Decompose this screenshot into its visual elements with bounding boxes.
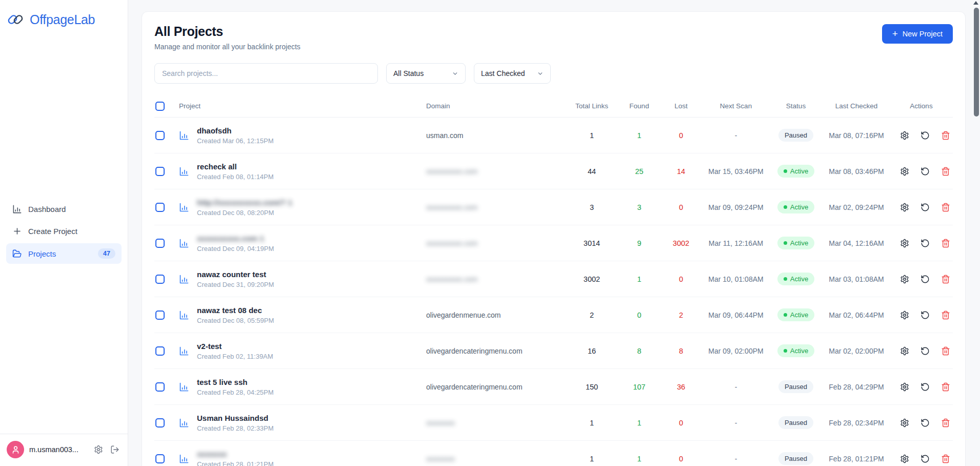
delete-button[interactable] <box>941 275 950 284</box>
settings-button[interactable] <box>900 382 909 392</box>
project-name[interactable]: http://xxxxxxxxxx.com/? 1 <box>197 198 292 207</box>
recheck-button[interactable] <box>921 203 930 212</box>
delete-button[interactable] <box>941 203 950 212</box>
user-actions <box>94 445 119 454</box>
project-name[interactable]: recheck all <box>197 162 274 171</box>
select-all-checkbox[interactable] <box>155 102 165 111</box>
status-label: Paused <box>785 383 807 391</box>
settings-button[interactable] <box>900 346 909 356</box>
recheck-button[interactable] <box>921 418 930 428</box>
sidebar-item-create-project[interactable]: Create Project <box>6 221 122 241</box>
avatar[interactable] <box>7 441 24 458</box>
recheck-button[interactable] <box>921 131 930 140</box>
row-checkbox[interactable] <box>155 454 165 463</box>
row-actions <box>892 346 951 356</box>
project-name[interactable]: xxxxxxx <box>197 450 274 458</box>
project-chart-icon <box>179 454 189 464</box>
status-badge: Active <box>777 165 814 178</box>
table-row: http://xxxxxxxxxx.com/? 1 Created Dec 08… <box>154 189 953 225</box>
project-cell: http://xxxxxxxxxx.com/? 1 Created Dec 08… <box>179 198 420 217</box>
project-name[interactable]: v2-test <box>197 342 273 351</box>
delete-button[interactable] <box>941 167 950 176</box>
row-checkbox[interactable] <box>155 203 165 212</box>
sidebar-item-projects[interactable]: Projects 47 <box>6 243 122 264</box>
next-scan-value: - <box>701 131 771 140</box>
project-name[interactable]: xxxxxxxxxx.com 1 <box>197 234 274 243</box>
row-checkbox[interactable] <box>155 346 165 356</box>
status-badge: Paused <box>778 380 813 393</box>
settings-button[interactable] <box>900 203 909 212</box>
refresh-icon <box>921 131 930 140</box>
scrollbar-thumb[interactable] <box>974 8 979 116</box>
settings-button[interactable] <box>900 131 909 140</box>
status-filter-select[interactable]: All Status <box>386 63 466 84</box>
status-filter-value: All Status <box>393 69 424 77</box>
status-badge: Active <box>777 237 814 249</box>
settings-button[interactable] <box>900 239 909 248</box>
delete-button[interactable] <box>941 239 950 248</box>
recheck-button[interactable] <box>921 167 930 176</box>
logout-icon[interactable] <box>110 445 119 454</box>
total-links-value: 150 <box>566 383 617 391</box>
settings-button[interactable] <box>900 454 909 463</box>
project-name[interactable]: dhaofsdh <box>197 126 274 135</box>
row-checkbox[interactable] <box>155 382 165 392</box>
delete-button[interactable] <box>941 418 950 428</box>
delete-button[interactable] <box>941 310 950 320</box>
lost-value: 0 <box>661 203 701 211</box>
recheck-button[interactable] <box>921 239 930 248</box>
last-checked-value: Mar 04, 12:16AM <box>821 239 892 247</box>
status-badge: Paused <box>778 452 813 465</box>
column-header-found: Found <box>617 102 661 110</box>
recheck-button[interactable] <box>921 382 930 392</box>
card-header: All Projects Manage and monitor all your… <box>154 24 953 51</box>
trash-icon <box>941 131 950 140</box>
sidebar-item-label: Create Project <box>28 227 77 236</box>
settings-button[interactable] <box>900 167 909 176</box>
row-checkbox[interactable] <box>155 239 165 248</box>
delete-button[interactable] <box>941 131 950 140</box>
refresh-icon <box>921 310 930 320</box>
project-cell: nawaz test 08 dec Created Dec 08, 05:59P… <box>179 306 420 324</box>
filters-bar: All Status Last Checked <box>154 63 953 84</box>
sidebar-spacer <box>0 264 128 434</box>
next-scan-value: - <box>701 455 771 463</box>
settings-icon[interactable] <box>94 445 103 454</box>
recheck-button[interactable] <box>921 346 930 356</box>
gear-icon <box>900 454 909 463</box>
lost-value: 0 <box>661 419 701 427</box>
last-checked-value: Mar 03, 01:08AM <box>821 275 892 283</box>
refresh-icon <box>921 239 930 248</box>
scrollbar-up-arrow[interactable] <box>973 1 978 5</box>
recheck-button[interactable] <box>921 275 930 284</box>
settings-button[interactable] <box>900 418 909 428</box>
project-name[interactable]: test 5 live ssh <box>197 378 274 386</box>
sort-filter-select[interactable]: Last Checked <box>474 63 551 84</box>
row-checkbox[interactable] <box>155 131 165 140</box>
status-dot-icon <box>784 169 787 173</box>
project-domain: xxxxxxxx <box>420 455 566 463</box>
new-project-button[interactable]: + New Project <box>882 24 953 44</box>
recheck-button[interactable] <box>921 454 930 463</box>
project-name[interactable]: nawaz test 08 dec <box>197 306 274 315</box>
project-name[interactable]: nawaz counter test <box>197 270 274 279</box>
delete-button[interactable] <box>941 382 950 392</box>
project-chart-icon <box>179 166 189 177</box>
sidebar-item-dashboard[interactable]: Dashboard <box>6 199 122 219</box>
lost-value: 14 <box>661 167 701 176</box>
row-checkbox[interactable] <box>155 275 165 284</box>
row-checkbox[interactable] <box>155 418 165 428</box>
delete-button[interactable] <box>941 454 950 463</box>
settings-button[interactable] <box>900 275 909 284</box>
row-checkbox[interactable] <box>155 310 165 320</box>
search-input[interactable] <box>154 63 378 84</box>
project-domain: xxxxxxxxxx.com <box>420 275 566 283</box>
delete-button[interactable] <box>941 346 950 356</box>
settings-button[interactable] <box>900 310 909 320</box>
new-project-label: New Project <box>903 30 943 38</box>
last-checked-value: Feb 28, 04:29PM <box>821 383 892 391</box>
table-row: Usman Hussaindsd Created Feb 28, 02:33PM… <box>154 405 953 441</box>
recheck-button[interactable] <box>921 310 930 320</box>
row-checkbox[interactable] <box>155 167 165 176</box>
project-name[interactable]: Usman Hussaindsd <box>197 414 274 422</box>
